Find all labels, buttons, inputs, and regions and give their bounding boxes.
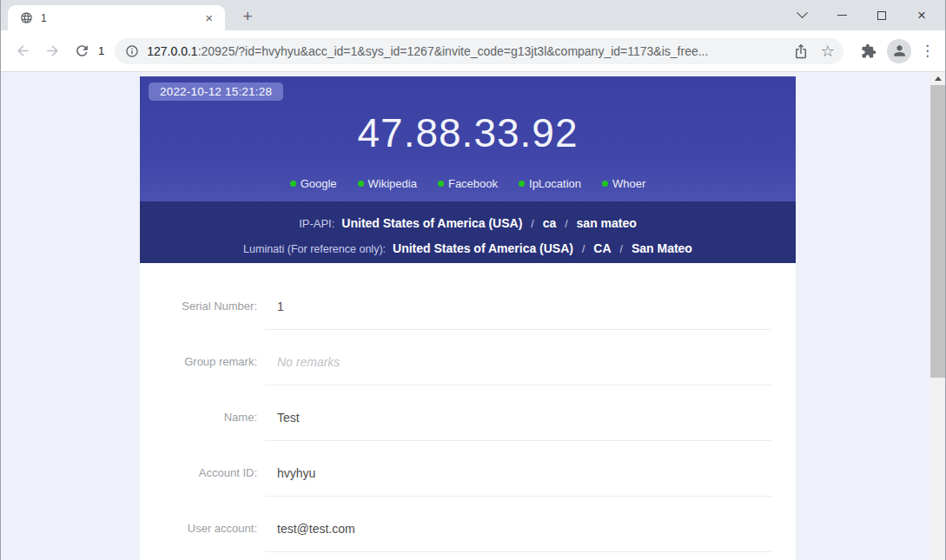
luminati-city: San Mateo	[632, 241, 692, 255]
detail-form: Serial Number: 1 Group remark: No remark…	[140, 263, 796, 560]
reload-icon	[74, 43, 90, 59]
field-label: Account ID:	[140, 466, 257, 479]
window-close-button[interactable]: ×	[902, 3, 942, 29]
window-controls: ×	[782, 0, 942, 30]
link-whoer[interactable]: Whoer	[602, 177, 645, 190]
maximize-icon	[877, 11, 886, 20]
link-label: Facebook	[448, 177, 498, 190]
luminati-label: Luminati (For reference only):	[243, 243, 386, 255]
globe-favicon-icon	[20, 11, 33, 24]
toolbar-badge: 1	[98, 44, 104, 57]
ipapi-label: IP-API:	[299, 217, 334, 230]
ipapi-region: ca	[543, 216, 557, 230]
forward-arrow-icon	[44, 43, 61, 59]
url-path: :20925/?id=hvyhyu&acc_id=1&sys_id=1267&i…	[198, 44, 709, 58]
ip-header: 2022-10-12 15:21:28 47.88.33.92 Google W…	[140, 76, 796, 201]
green-dot-icon	[290, 181, 296, 187]
minimize-icon	[837, 15, 847, 16]
page-info-icon[interactable]	[125, 44, 139, 58]
reload-button[interactable]	[70, 40, 93, 63]
form-row-account-id: Account ID: hvyhyu	[140, 441, 796, 497]
form-row-group-remark: Group remark: No remarks	[140, 330, 796, 385]
user-account-field[interactable]: test@test.com	[277, 522, 796, 536]
browser-menu-button[interactable]: ⋮	[920, 42, 935, 60]
luminati-country: United States of America (USA)	[393, 241, 573, 255]
address-bar[interactable]: 127.0.0.1:20925/?id=hvyhyu&acc_id=1&sys_…	[115, 38, 843, 64]
puzzle-icon	[861, 43, 877, 59]
extensions-button[interactable]	[859, 42, 878, 61]
lookup-links: Google Wikipedia Facebook IpLocation Who…	[140, 177, 796, 190]
back-arrow-icon	[15, 43, 31, 59]
person-icon	[891, 43, 908, 59]
field-label: Group remark:	[140, 355, 257, 368]
luminati-line: Luminati (For reference only):United Sta…	[140, 236, 796, 261]
window-menu-button[interactable]	[782, 3, 822, 29]
ipapi-line: IP-API:United States of America (USA)/ca…	[140, 211, 796, 236]
serial-number-field[interactable]: 1	[277, 300, 796, 313]
tab-title: 1	[41, 12, 202, 24]
scrollbar-thumb[interactable]	[930, 85, 945, 378]
geo-info-bar: IP-API:United States of America (USA)/ca…	[140, 201, 796, 263]
browser-toolbar: 1 127.0.0.1:20925/?id=hvyhyu&acc_id=1&sy…	[1, 30, 945, 72]
link-label: IpLocation	[529, 177, 581, 190]
field-label: Name:	[140, 411, 257, 424]
close-icon: ×	[917, 8, 926, 23]
form-row-user-account: User account: test@test.com	[140, 497, 796, 552]
ipapi-country: United States of America (USA)	[341, 216, 522, 230]
url-host: 127.0.0.1	[147, 44, 197, 58]
chevron-down-icon	[797, 7, 808, 18]
link-label: Whoer	[612, 177, 645, 190]
link-google[interactable]: Google	[290, 177, 337, 190]
field-underline	[265, 551, 771, 552]
link-label: Wikipedia	[368, 177, 417, 190]
green-dot-icon	[602, 181, 608, 187]
link-wikipedia[interactable]: Wikipedia	[358, 177, 417, 190]
tab-strip: 1 × + ×	[1, 0, 945, 30]
form-row-name: Name: Test	[140, 385, 796, 441]
group-remark-field[interactable]: No remarks	[277, 355, 796, 369]
ip-info-card: 2022-10-12 15:21:28 47.88.33.92 Google W…	[140, 76, 796, 560]
green-dot-icon	[438, 181, 444, 187]
field-label: Serial Number:	[140, 300, 257, 313]
tab-close-icon[interactable]: ×	[202, 10, 216, 26]
profile-avatar[interactable]	[887, 39, 911, 63]
link-iplocation[interactable]: IpLocation	[519, 177, 581, 190]
forward-button[interactable]	[41, 40, 63, 63]
form-row-serial-number: Serial Number: 1	[140, 274, 796, 330]
luminati-region: CA	[593, 241, 611, 255]
share-icon	[793, 43, 809, 59]
green-dot-icon	[358, 181, 364, 187]
page-scrollbar[interactable]	[930, 72, 945, 560]
link-facebook[interactable]: Facebook	[438, 177, 498, 190]
page-viewport: 2022-10-12 15:21:28 47.88.33.92 Google W…	[1, 72, 945, 560]
separator: /	[582, 243, 585, 255]
field-label: User account:	[140, 522, 257, 535]
scroll-up-arrow-icon	[935, 76, 942, 81]
share-button[interactable]	[791, 42, 810, 61]
minimize-button[interactable]	[822, 3, 862, 29]
url-text: 127.0.0.1:20925/?id=hvyhyu&acc_id=1&sys_…	[147, 44, 791, 58]
ipapi-city: san mateo	[577, 216, 637, 230]
separator: /	[620, 243, 623, 255]
scrollbar-up-button[interactable]	[930, 72, 945, 85]
account-id-field[interactable]: hvyhyu	[277, 466, 796, 480]
bookmark-star-icon[interactable]: ☆	[821, 42, 835, 61]
new-tab-button[interactable]: +	[237, 7, 258, 28]
link-label: Google	[301, 177, 337, 190]
name-field[interactable]: Test	[277, 411, 796, 425]
green-dot-icon	[519, 181, 525, 187]
maximize-button[interactable]	[862, 3, 902, 29]
back-button[interactable]	[11, 40, 34, 63]
separator: /	[531, 218, 533, 230]
browser-window: 1 × + × 1 127.0.0.1:20925/?id=hvyhyu&acc…	[0, 0, 946, 560]
ip-address: 47.88.33.92	[140, 111, 796, 155]
timestamp-badge: 2022-10-12 15:21:28	[149, 82, 283, 101]
separator: /	[565, 218, 567, 230]
browser-tab[interactable]: 1 ×	[8, 5, 225, 30]
